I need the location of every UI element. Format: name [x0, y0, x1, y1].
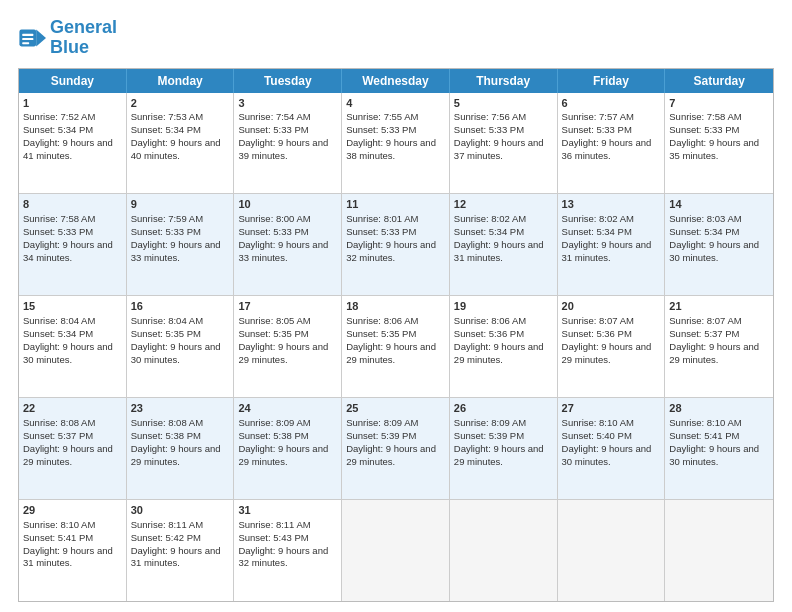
day-number: 3	[238, 96, 337, 111]
sunset: Sunset: 5:33 PM	[346, 226, 416, 237]
daylight: Daylight: 9 hours and 29 minutes.	[669, 341, 759, 365]
calendar-cell: 4Sunrise: 7:55 AMSunset: 5:33 PMDaylight…	[342, 93, 450, 194]
day-number: 7	[669, 96, 769, 111]
daylight: Daylight: 9 hours and 31 minutes.	[23, 545, 113, 569]
sunset: Sunset: 5:33 PM	[346, 124, 416, 135]
day-number: 30	[131, 503, 230, 518]
day-number: 27	[562, 401, 661, 416]
svg-rect-4	[22, 42, 29, 44]
day-number: 16	[131, 299, 230, 314]
calendar-cell: 2Sunrise: 7:53 AMSunset: 5:34 PMDaylight…	[127, 93, 235, 194]
day-number: 13	[562, 197, 661, 212]
daylight: Daylight: 9 hours and 30 minutes.	[669, 239, 759, 263]
sunrise: Sunrise: 8:11 AM	[238, 519, 310, 530]
daylight: Daylight: 9 hours and 38 minutes.	[346, 137, 436, 161]
day-number: 25	[346, 401, 445, 416]
day-number: 1	[23, 96, 122, 111]
calendar-cell: 18Sunrise: 8:06 AMSunset: 5:35 PMDayligh…	[342, 296, 450, 397]
daylight: Daylight: 9 hours and 31 minutes.	[562, 239, 652, 263]
sunset: Sunset: 5:34 PM	[454, 226, 524, 237]
calendar-row-1: 1Sunrise: 7:52 AMSunset: 5:34 PMDaylight…	[19, 93, 773, 195]
daylight: Daylight: 9 hours and 29 minutes.	[454, 443, 544, 467]
sunset: Sunset: 5:37 PM	[23, 430, 93, 441]
calendar-cell: 20Sunrise: 8:07 AMSunset: 5:36 PMDayligh…	[558, 296, 666, 397]
day-number: 12	[454, 197, 553, 212]
sunrise: Sunrise: 8:06 AM	[454, 315, 526, 326]
daylight: Daylight: 9 hours and 35 minutes.	[669, 137, 759, 161]
sunrise: Sunrise: 8:03 AM	[669, 213, 741, 224]
day-of-week-tuesday: Tuesday	[234, 69, 342, 93]
daylight: Daylight: 9 hours and 32 minutes.	[238, 545, 328, 569]
sunset: Sunset: 5:42 PM	[131, 532, 201, 543]
sunset: Sunset: 5:38 PM	[131, 430, 201, 441]
sunset: Sunset: 5:34 PM	[131, 124, 201, 135]
calendar-cell: 13Sunrise: 8:02 AMSunset: 5:34 PMDayligh…	[558, 194, 666, 295]
day-number: 20	[562, 299, 661, 314]
day-number: 21	[669, 299, 769, 314]
calendar-cell: 19Sunrise: 8:06 AMSunset: 5:36 PMDayligh…	[450, 296, 558, 397]
sunset: Sunset: 5:34 PM	[23, 328, 93, 339]
daylight: Daylight: 9 hours and 39 minutes.	[238, 137, 328, 161]
day-number: 8	[23, 197, 122, 212]
daylight: Daylight: 9 hours and 29 minutes.	[346, 341, 436, 365]
calendar-row-5: 29Sunrise: 8:10 AMSunset: 5:41 PMDayligh…	[19, 500, 773, 601]
calendar-cell: 17Sunrise: 8:05 AMSunset: 5:35 PMDayligh…	[234, 296, 342, 397]
calendar-cell: 7Sunrise: 7:58 AMSunset: 5:33 PMDaylight…	[665, 93, 773, 194]
calendar-cell: 30Sunrise: 8:11 AMSunset: 5:42 PMDayligh…	[127, 500, 235, 601]
logo: General Blue	[18, 18, 117, 58]
sunset: Sunset: 5:35 PM	[346, 328, 416, 339]
sunrise: Sunrise: 8:02 AM	[562, 213, 634, 224]
day-number: 17	[238, 299, 337, 314]
day-number: 9	[131, 197, 230, 212]
sunrise: Sunrise: 7:56 AM	[454, 111, 526, 122]
day-number: 14	[669, 197, 769, 212]
calendar-cell: 3Sunrise: 7:54 AMSunset: 5:33 PMDaylight…	[234, 93, 342, 194]
daylight: Daylight: 9 hours and 29 minutes.	[238, 443, 328, 467]
calendar-cell: 31Sunrise: 8:11 AMSunset: 5:43 PMDayligh…	[234, 500, 342, 601]
daylight: Daylight: 9 hours and 30 minutes.	[23, 341, 113, 365]
sunset: Sunset: 5:35 PM	[238, 328, 308, 339]
calendar-cell: 26Sunrise: 8:09 AMSunset: 5:39 PMDayligh…	[450, 398, 558, 499]
sunrise: Sunrise: 8:05 AM	[238, 315, 310, 326]
sunset: Sunset: 5:39 PM	[346, 430, 416, 441]
sunset: Sunset: 5:33 PM	[562, 124, 632, 135]
daylight: Daylight: 9 hours and 31 minutes.	[454, 239, 544, 263]
calendar-cell: 16Sunrise: 8:04 AMSunset: 5:35 PMDayligh…	[127, 296, 235, 397]
daylight: Daylight: 9 hours and 33 minutes.	[131, 239, 221, 263]
sunset: Sunset: 5:33 PM	[23, 226, 93, 237]
sunrise: Sunrise: 8:01 AM	[346, 213, 418, 224]
calendar: SundayMondayTuesdayWednesdayThursdayFrid…	[18, 68, 774, 602]
daylight: Daylight: 9 hours and 29 minutes.	[131, 443, 221, 467]
logo-icon	[18, 24, 46, 52]
daylight: Daylight: 9 hours and 30 minutes.	[669, 443, 759, 467]
calendar-cell: 10Sunrise: 8:00 AMSunset: 5:33 PMDayligh…	[234, 194, 342, 295]
day-number: 6	[562, 96, 661, 111]
calendar-cell: 14Sunrise: 8:03 AMSunset: 5:34 PMDayligh…	[665, 194, 773, 295]
day-of-week-sunday: Sunday	[19, 69, 127, 93]
calendar-cell: 15Sunrise: 8:04 AMSunset: 5:34 PMDayligh…	[19, 296, 127, 397]
day-number: 24	[238, 401, 337, 416]
calendar-cell: 12Sunrise: 8:02 AMSunset: 5:34 PMDayligh…	[450, 194, 558, 295]
sunset: Sunset: 5:33 PM	[669, 124, 739, 135]
daylight: Daylight: 9 hours and 29 minutes.	[238, 341, 328, 365]
daylight: Daylight: 9 hours and 29 minutes.	[562, 341, 652, 365]
sunset: Sunset: 5:36 PM	[562, 328, 632, 339]
day-number: 18	[346, 299, 445, 314]
daylight: Daylight: 9 hours and 31 minutes.	[131, 545, 221, 569]
calendar-cell	[665, 500, 773, 601]
calendar-cell: 22Sunrise: 8:08 AMSunset: 5:37 PMDayligh…	[19, 398, 127, 499]
sunrise: Sunrise: 8:07 AM	[562, 315, 634, 326]
sunrise: Sunrise: 8:00 AM	[238, 213, 310, 224]
sunrise: Sunrise: 7:59 AM	[131, 213, 203, 224]
sunrise: Sunrise: 8:09 AM	[454, 417, 526, 428]
day-number: 19	[454, 299, 553, 314]
sunset: Sunset: 5:33 PM	[454, 124, 524, 135]
day-number: 31	[238, 503, 337, 518]
day-number: 11	[346, 197, 445, 212]
daylight: Daylight: 9 hours and 29 minutes.	[23, 443, 113, 467]
day-number: 5	[454, 96, 553, 111]
sunset: Sunset: 5:34 PM	[669, 226, 739, 237]
daylight: Daylight: 9 hours and 40 minutes.	[131, 137, 221, 161]
sunrise: Sunrise: 8:02 AM	[454, 213, 526, 224]
daylight: Daylight: 9 hours and 36 minutes.	[562, 137, 652, 161]
